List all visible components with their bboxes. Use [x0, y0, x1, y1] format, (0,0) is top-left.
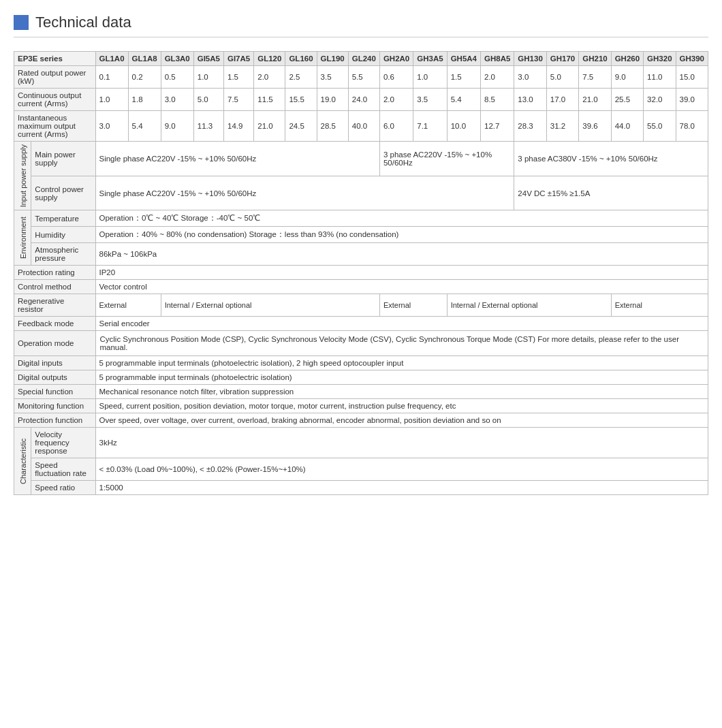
col-gl240: GL240 — [348, 52, 379, 66]
inst-v11: 10.0 — [447, 111, 480, 142]
rated-v8: 5.5 — [348, 66, 379, 89]
main-power-row: Input power supply Main power supply Sin… — [14, 142, 708, 176]
cont-v4: 7.5 — [223, 89, 253, 111]
environment-label: Environment — [14, 210, 31, 266]
inst-v8: 40.0 — [348, 111, 379, 142]
cont-v7: 19.0 — [317, 89, 348, 111]
atmospheric-value: 86kPa ~ 106kPa — [95, 243, 708, 266]
regen-cell-4: External — [611, 294, 708, 317]
velocity-frequency-label: Velocity frequency response — [31, 428, 95, 458]
rated-v0: 0.1 — [95, 66, 128, 89]
col-gl3a0: GL3A0 — [161, 52, 193, 66]
atmospheric-label: Atmospheric pressure — [31, 243, 95, 266]
table-header-row: EP3E series GL1A0 GL1A8 GL3A0 GI5A5 GI7A… — [14, 52, 708, 66]
regen-cell-2: External — [379, 294, 447, 317]
continuous-output-label: Continuous output current (Arms) — [14, 89, 96, 111]
cont-v17: 32.0 — [644, 89, 676, 111]
continuous-output-row: Continuous output current (Arms) 1.0 1.8… — [14, 89, 708, 111]
digital-outputs-row: Digital outputs 5 programmable input ter… — [14, 370, 708, 385]
rated-v6: 2.5 — [285, 66, 317, 89]
protection-function-row: Protection function Over speed, over vol… — [14, 413, 708, 428]
rated-v11: 1.5 — [447, 66, 480, 89]
inst-v12: 12.7 — [481, 111, 514, 142]
cont-v8: 24.0 — [348, 89, 379, 111]
rated-v4: 1.5 — [223, 66, 253, 89]
series-label: EP3E series — [14, 52, 96, 66]
main-power-label: Main power supply — [31, 142, 95, 176]
temperature-value: Operation：0℃ ~ 40℃ Storage：-40℃ ~ 50℃ — [95, 210, 708, 227]
col-gh210: GH210 — [579, 52, 611, 66]
inst-v5: 21.0 — [254, 111, 285, 142]
velocity-frequency-value: 3kHz — [95, 428, 708, 458]
velocity-frequency-row: Characteristic Velocity frequency respon… — [14, 428, 708, 458]
inst-v15: 39.6 — [579, 111, 611, 142]
digital-outputs-value: 5 programmable input terminals (photoele… — [95, 370, 708, 385]
inst-v13: 28.3 — [514, 111, 546, 142]
rated-v13: 3.0 — [514, 66, 546, 89]
speed-fluctuation-row: Speed fluctuation rate < ±0.03% (Load 0%… — [14, 458, 708, 481]
protection-rating-row: Protection rating IP20 — [14, 266, 708, 280]
rated-v18: 15.0 — [676, 66, 708, 89]
operation-mode-value: Cyclic Synchronous Position Mode (CSP), … — [95, 331, 708, 356]
inst-v7: 28.5 — [317, 111, 348, 142]
regenerative-resistor-row: Regenerative resistor External Internal … — [14, 294, 708, 317]
control-power-col1: Single phase AC220V -15% ~ +10% 50/60Hz — [95, 176, 514, 210]
control-power-label: Control power supply — [31, 176, 95, 210]
special-function-label: Special function — [14, 385, 96, 399]
cont-v1: 1.8 — [128, 89, 161, 111]
control-power-row: Control power supply Single phase AC220V… — [14, 176, 708, 210]
main-power-col3: 3 phase AC380V -15% ~ +10% 50/60Hz — [514, 142, 708, 176]
cont-v10: 3.5 — [413, 89, 447, 111]
control-method-value: Vector control — [95, 280, 708, 294]
col-gh8a5: GH8A5 — [481, 52, 514, 66]
title-container: Technical data — [14, 14, 708, 37]
cont-v5: 11.5 — [254, 89, 285, 111]
cont-v12: 8.5 — [481, 89, 514, 111]
control-method-label: Control method — [14, 280, 96, 294]
speed-ratio-row: Speed ratio 1:5000 — [14, 481, 708, 495]
feedback-mode-row: Feedback mode Serial encoder — [14, 317, 708, 331]
col-gi7a5: GI7A5 — [223, 52, 253, 66]
temperature-row: Environment Temperature Operation：0℃ ~ 4… — [14, 210, 708, 227]
col-gh5a4: GH5A4 — [447, 52, 480, 66]
cont-v11: 5.4 — [447, 89, 480, 111]
col-gl120: GL120 — [254, 52, 285, 66]
cont-v2: 3.0 — [161, 89, 193, 111]
col-gl1a8: GL1A8 — [128, 52, 161, 66]
cont-v16: 25.5 — [611, 89, 643, 111]
speed-fluctuation-label: Speed fluctuation rate — [31, 458, 95, 481]
regen-cell-0: External — [95, 294, 161, 317]
inst-v18: 78.0 — [676, 111, 708, 142]
rated-output-label: Rated output power (kW) — [14, 66, 96, 89]
temperature-label: Temperature — [31, 210, 95, 227]
inst-v4: 14.9 — [223, 111, 253, 142]
main-power-col2: 3 phase AC220V -15% ~ +10% 50/60Hz — [379, 142, 514, 176]
main-power-col1: Single phase AC220V -15% ~ +10% 50/60Hz — [95, 142, 379, 176]
rated-v12: 2.0 — [481, 66, 514, 89]
inst-v10: 7.1 — [413, 111, 447, 142]
inst-v0: 3.0 — [95, 111, 128, 142]
speed-fluctuation-value: < ±0.03% (Load 0%~100%), < ±0.02% (Power… — [95, 458, 708, 481]
inst-v16: 44.0 — [611, 111, 643, 142]
cont-v3: 5.0 — [193, 89, 223, 111]
instantaneous-label: Instantaneous maximum output current (Ar… — [14, 111, 96, 142]
atmospheric-row: Atmospheric pressure 86kPa ~ 106kPa — [14, 243, 708, 266]
protection-rating-label: Protection rating — [14, 266, 96, 280]
operation-mode-label: Operation mode — [14, 331, 96, 356]
digital-inputs-value: 5 programmable input terminals (photoele… — [95, 356, 708, 370]
cont-v9: 2.0 — [379, 89, 413, 111]
characteristic-label: Characteristic — [14, 428, 31, 495]
control-method-row: Control method Vector control — [14, 280, 708, 294]
cont-v13: 13.0 — [514, 89, 546, 111]
rated-v15: 7.5 — [579, 66, 611, 89]
cont-v6: 15.5 — [285, 89, 317, 111]
control-power-col2: 24V DC ±15% ≥1.5A — [514, 176, 708, 210]
col-gh260: GH260 — [611, 52, 643, 66]
rated-v3: 1.0 — [193, 66, 223, 89]
rated-v16: 9.0 — [611, 66, 643, 89]
cont-v15: 21.0 — [579, 89, 611, 111]
rated-v14: 5.0 — [546, 66, 578, 89]
inst-v3: 11.3 — [193, 111, 223, 142]
protection-function-value: Over speed, over voltage, over current, … — [95, 413, 708, 428]
instantaneous-max-row: Instantaneous maximum output current (Ar… — [14, 111, 708, 142]
